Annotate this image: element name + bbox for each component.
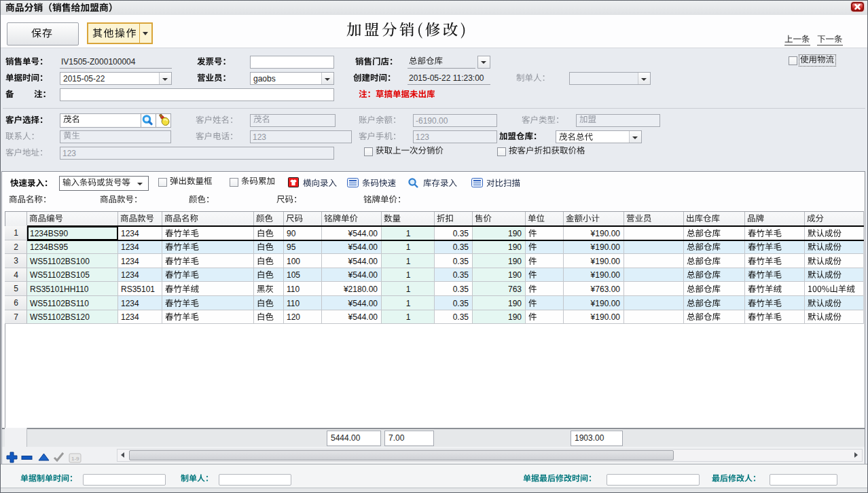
svg-text:1-9: 1-9 — [71, 456, 79, 462]
